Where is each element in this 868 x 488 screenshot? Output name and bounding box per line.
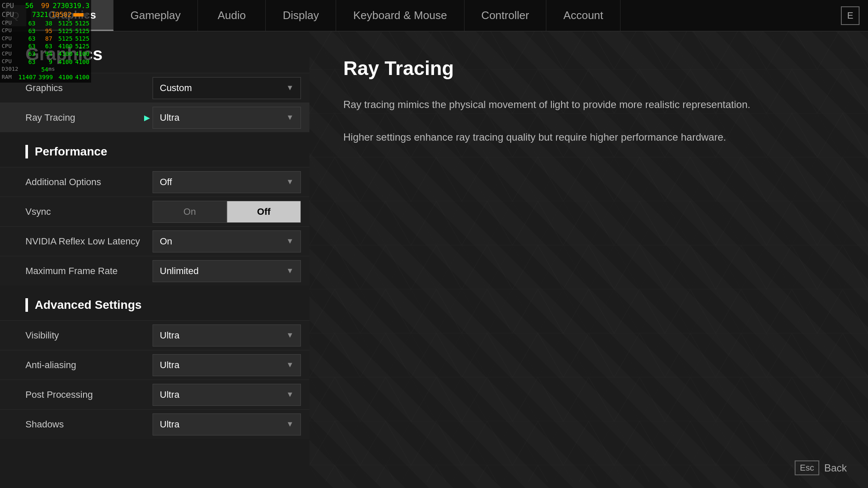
shadows-value: Ultra <box>160 419 179 430</box>
visibility-control: Ultra ▼ <box>153 324 301 347</box>
top-navigation: Q Graphics Gameplay Audio Display Keyboa… <box>0 0 868 31</box>
vsync-toggle-group: On Off <box>153 201 301 223</box>
tab-audio[interactable]: Audio <box>198 0 266 31</box>
graphics-dropdown-arrow: ▼ <box>286 83 294 92</box>
back-label: Back <box>824 462 847 474</box>
ray-tracing-row: Ray Tracing Ultra ▼ ▶ <box>0 103 309 132</box>
info-paragraph-1: Ray tracing mimics the physical movement… <box>343 99 750 110</box>
info-paragraph-2: Higher settings enhance ray tracing qual… <box>343 131 726 143</box>
antialiasing-control: Ultra ▼ <box>153 354 301 376</box>
advanced-section-header: Advanced Settings <box>0 286 309 320</box>
graphics-setting-control: Custom ▼ <box>153 77 301 99</box>
vsync-on-button[interactable]: On <box>153 201 227 223</box>
shadows-control: Ultra ▼ <box>153 413 301 435</box>
visibility-dropdown[interactable]: Ultra ▼ <box>153 324 301 347</box>
tab-gameplay[interactable]: Gameplay <box>114 0 198 31</box>
max-frame-rate-label: Maximum Frame Rate <box>25 266 153 277</box>
info-panel: Ray Tracing Ray tracing mimics the physi… <box>309 31 868 488</box>
post-processing-dropdown[interactable]: Ultra ▼ <box>153 384 301 406</box>
antialiasing-arrow: ▼ <box>286 360 294 369</box>
nvidia-reflex-dropdown[interactable]: On ▼ <box>153 230 301 252</box>
additional-options-control: Off ▼ <box>153 171 301 193</box>
antialiasing-value: Ultra <box>160 360 179 371</box>
nvidia-reflex-arrow: ▼ <box>286 237 294 246</box>
tab-account[interactable]: Account <box>546 0 620 31</box>
ray-tracing-label: Ray Tracing <box>25 112 153 123</box>
graphics-dropdown[interactable]: Custom ▼ <box>153 77 301 99</box>
shadows-dropdown[interactable]: Ultra ▼ <box>153 413 301 435</box>
vsync-off-button[interactable]: Off <box>227 201 301 223</box>
visibility-row: Visibility Ultra ▼ <box>0 320 309 350</box>
antialiasing-dropdown[interactable]: Ultra ▼ <box>153 354 301 376</box>
performance-label: Performance <box>35 145 107 158</box>
nvidia-reflex-control: On ▼ <box>153 230 301 252</box>
tab-audio-label: Audio <box>217 9 246 22</box>
performance-overlay: CPU 56 99 2730 319.3 CPU 7321 10502 CPU … <box>0 0 91 83</box>
nvidia-reflex-label: NVIDIA Reflex Low Latency <box>25 236 153 247</box>
antialiasing-row: Anti-aliasing Ultra ▼ <box>0 350 309 380</box>
vsync-label: Vsync <box>25 206 153 217</box>
max-frame-rate-control: Unlimited ▼ <box>153 260 301 282</box>
nvidia-reflex-row: NVIDIA Reflex Low Latency On ▼ <box>0 226 309 256</box>
additional-options-dropdown[interactable]: Off ▼ <box>153 171 301 193</box>
nvidia-reflex-value: On <box>160 236 172 247</box>
visibility-label: Visibility <box>25 330 153 341</box>
e-key: E <box>841 6 860 25</box>
additional-options-row: Additional Options Off ▼ <box>0 167 309 197</box>
max-frame-rate-row: Maximum Frame Rate Unlimited ▼ <box>0 256 309 286</box>
additional-options-value: Off <box>160 177 172 188</box>
post-processing-label: Post Processing <box>25 389 153 400</box>
max-frame-rate-dropdown[interactable]: Unlimited ▼ <box>153 260 301 282</box>
max-frame-rate-arrow: ▼ <box>286 266 294 275</box>
info-text-1: Ray tracing mimics the physical movement… <box>343 97 834 145</box>
visibility-arrow: ▼ <box>286 331 294 340</box>
tab-keyboard[interactable]: Keyboard & Mouse <box>336 0 464 31</box>
tab-display-label: Display <box>283 9 319 22</box>
advanced-section-bar <box>25 298 28 312</box>
settings-panel: Graphics Graphics Custom ▼ Ray Tracing U… <box>0 31 309 488</box>
section-bar <box>25 145 28 158</box>
visibility-value: Ultra <box>160 330 179 341</box>
tab-controller-label: Controller <box>481 9 529 22</box>
tab-account-label: Account <box>563 9 603 22</box>
additional-options-label: Additional Options <box>25 177 153 188</box>
post-processing-arrow: ▼ <box>286 390 294 399</box>
tab-controller[interactable]: Controller <box>465 0 547 31</box>
tab-keyboard-label: Keyboard & Mouse <box>353 9 447 22</box>
vsync-row: Vsync On Off <box>0 197 309 226</box>
performance-section-header: Performance <box>0 132 309 167</box>
additional-options-arrow: ▼ <box>286 177 294 186</box>
ray-tracing-value: Ultra <box>160 112 179 123</box>
tab-gameplay-label: Gameplay <box>131 9 181 22</box>
graphics-dropdown-value: Custom <box>160 83 192 94</box>
antialiasing-label: Anti-aliasing <box>25 360 153 371</box>
ray-tracing-dropdown[interactable]: Ultra ▼ <box>153 107 301 129</box>
shadows-label: Shadows <box>25 419 153 430</box>
esc-key: Esc <box>795 460 819 475</box>
ray-tracing-control: Ultra ▼ ▶ <box>153 107 301 129</box>
max-frame-rate-value: Unlimited <box>160 266 199 277</box>
shadows-arrow: ▼ <box>286 420 294 429</box>
shadows-row: Shadows Ultra ▼ <box>0 409 309 439</box>
post-processing-row: Post Processing Ultra ▼ <box>0 380 309 409</box>
post-processing-value: Ultra <box>160 389 179 400</box>
info-title: Ray Tracing <box>343 57 834 80</box>
tab-display[interactable]: Display <box>266 0 336 31</box>
ray-tracing-arrow: ▼ <box>286 113 294 122</box>
graphics-setting-label: Graphics <box>25 83 153 94</box>
vsync-control: On Off <box>153 201 301 223</box>
post-processing-control: Ultra ▼ <box>153 384 301 406</box>
advanced-label: Advanced Settings <box>35 298 142 312</box>
back-button-area[interactable]: Esc Back <box>795 460 847 475</box>
